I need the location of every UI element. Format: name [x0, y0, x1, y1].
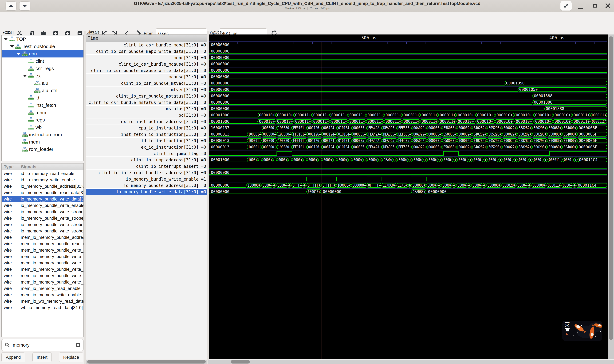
table-row[interactable]: wire mem_io_memory_bundle_address[31:0] [2, 234, 84, 241]
table-row[interactable]: wire mem_io_memory_read_enable [2, 285, 84, 292]
ime-koi-overlay[interactable]: 英 S [562, 321, 602, 341]
signal-row[interactable]: mtvec[31:0] =0 [86, 87, 207, 93]
signal-row[interactable]: mepc[31:0] =0 [86, 55, 207, 61]
table-row[interactable]: wire mem_io_memory_bundle_write_strobe_0 [2, 260, 84, 266]
restore-window-button[interactable] [560, 1, 572, 11]
tree-node-regs[interactable]: regs [2, 116, 84, 124]
table-row[interactable]: wire mem_io_memory_bundle_write_strobe_2 [2, 273, 84, 279]
table-row[interactable]: wire io_memory_bundle_read_data[31:0] [2, 190, 84, 196]
ime-language-badge[interactable]: 英 [565, 321, 570, 327]
tree-node-csr_regs[interactable]: csr_regs [2, 65, 84, 72]
tree-node-mem[interactable]: mem [2, 138, 84, 146]
signal-row[interactable]: clint_io_csr_bundle_mcause_write_data[31… [86, 67, 207, 74]
svg-text:000000+: 000000+ [263, 132, 276, 136]
table-row[interactable]: wire id_io_memory_read_enable [2, 170, 84, 177]
table-row[interactable]: wire wb_io_memory_read_data[31:0] [2, 304, 84, 311]
maximize-button[interactable] [591, 2, 599, 10]
table-row[interactable]: wire io_memory_bundle_write_data[31:0] [2, 196, 84, 202]
signals-waves-sash[interactable] [207, 31, 209, 364]
signal-row[interactable]: cpu_io_instruction[31:0] =0 [86, 125, 207, 131]
signal-row[interactable]: clint_io_csr_bundle_mtvec[31:0] =0 [86, 80, 207, 87]
signal-row[interactable]: io_memory_bundle_write_data[31:0] =0 [86, 189, 207, 195]
replace-button[interactable]: Replace [59, 352, 83, 362]
signals-hscrollbar[interactable] [86, 360, 207, 364]
signal-row[interactable]: clint_io_csr_bundle_mstatus_write_data[3… [86, 99, 207, 106]
type-column-header[interactable]: Type [2, 163, 18, 170]
close-button[interactable] [604, 2, 612, 10]
tree-node-wb[interactable]: wb [2, 124, 84, 131]
tree-node-clint[interactable]: clint [2, 57, 84, 65]
sidebar-sash[interactable] [84, 31, 86, 364]
waves-hscrollbar-thumb[interactable] [231, 360, 250, 364]
tree-node-alu[interactable]: alu [2, 79, 84, 87]
signal-row[interactable]: clint_io_csr_bundle_mcause[31:0] =0 [86, 61, 207, 67]
signal-row[interactable]: id_io_instruction[31:0] =0 [86, 138, 207, 144]
signal-row[interactable]: clint_io_csr_bundle_mepc_write_data[31:0… [86, 48, 207, 55]
tree-node-id[interactable]: id [2, 94, 84, 102]
waves-panel[interactable]: 300 ps400 ps0000000000000000000000000000… [209, 35, 614, 359]
shirt-icon[interactable] [564, 327, 570, 332]
signal-row[interactable]: clint_io_jump_flag =0 [86, 150, 207, 157]
table-row[interactable]: wire io_memory_bundle_write_enable [2, 202, 84, 209]
waves-vscrollbar-thumb[interactable] [609, 36, 613, 340]
signals-column-header[interactable]: Signals [18, 163, 36, 170]
table-row[interactable]: wire mem_io_wb_memory_read_data[31:0] [2, 298, 84, 304]
expander-icon[interactable] [3, 38, 9, 40]
tree-node-cpu[interactable]: cpu [2, 50, 84, 57]
table-row[interactable]: wire io_memory_bundle_write_strobe_0 [2, 209, 84, 215]
table-row[interactable]: wire mem_io_memory_bundle_write_enable [2, 253, 84, 260]
signal-row[interactable]: clint_io_interrupt_assert =0 [86, 163, 207, 169]
svg-text:0000+: 0000+ [504, 157, 513, 162]
table-row[interactable]: wire id_io_memory_write_enable [2, 177, 84, 183]
signals-panel[interactable]: Time clint_io_csr_bundle_mepc[31:0] =0cl… [86, 35, 207, 359]
signal-row[interactable]: clint_io_jump_address[31:0] =0 [86, 157, 207, 163]
append-button[interactable]: Append [1, 352, 25, 362]
module-tree[interactable]: TOP TestTopModule cpu clint csr_regs ex [1, 35, 84, 161]
clear-search-icon[interactable] [75, 342, 81, 348]
table-row[interactable]: wire mem_io_memory_bundle_write_data[31:… [2, 247, 84, 253]
tree-node-TestTopModule[interactable]: TestTopModule [2, 43, 84, 50]
search-input[interactable] [13, 342, 75, 348]
signal-row[interactable]: ex_io_instruction[31:0] =0 [86, 144, 207, 150]
table-row[interactable]: wire mem_io_memory_write_enable [2, 292, 84, 298]
tree-node-mem[interactable]: mem [2, 109, 84, 116]
minimize-button[interactable] [577, 3, 584, 10]
signal-list-table[interactable]: Type Signals wire id_io_memory_read_enab… [1, 163, 84, 337]
signal-row[interactable]: pc[31:0] =0 [86, 112, 207, 118]
svg-text:DEADC5+: DEADC5+ [383, 138, 396, 143]
expander-icon[interactable] [22, 75, 28, 77]
signals-hscrollbar-thumb[interactable] [87, 360, 206, 364]
signal-row[interactable]: mstatus[31:0] =0 [86, 106, 207, 112]
expander-icon[interactable] [16, 53, 21, 55]
table-row[interactable]: wire io_memory_bundle_write_strobe_2 [2, 221, 84, 228]
signal-row[interactable]: clint_io_interrupt_handler_address[31:0]… [86, 169, 207, 176]
waves-vscrollbar[interactable] [608, 35, 614, 359]
tree-node-alu_ctrl[interactable]: alu_ctrl [2, 87, 84, 94]
signal-row[interactable]: io_memory_bundle_write_enable =1 [86, 176, 207, 182]
signal-row[interactable]: clint_io_csr_bundle_mepc[31:0] =0 [86, 42, 207, 48]
tree-node-inst_fetch[interactable]: inst_fetch [2, 102, 84, 109]
waves-canvas[interactable]: 300 ps400 ps0000000000000000000000000000… [209, 35, 607, 359]
insert-button[interactable]: Insert [32, 352, 52, 362]
table-row[interactable]: wire io_memory_bundle_address[31:0] [2, 183, 84, 190]
expander-icon[interactable] [9, 45, 15, 48]
tree-node-TOP[interactable]: TOP [2, 35, 84, 43]
tree-node-instruction_rom[interactable]: instruction_rom [2, 131, 84, 138]
signal-row[interactable]: io_memory_bundle_address[31:0] =0 [86, 182, 207, 189]
table-row[interactable]: wire io_memory_bundle_write_strobe_3 [2, 228, 84, 234]
signal-row[interactable]: ex_io_instruction_address[31:0] =0 [86, 118, 207, 125]
svg-text:000011+: 000011+ [313, 119, 329, 124]
signal-row[interactable]: clint_io_csr_bundle_mstatus[31:0] =0 [86, 93, 207, 99]
time-column-header[interactable]: Time [86, 35, 207, 42]
table-row[interactable]: wire mem_io_memory_bundle_write_strobe_3 [2, 279, 84, 285]
signal-search-box[interactable] [1, 339, 84, 351]
signal-row[interactable]: mcause[31:0] =0 [86, 74, 207, 80]
ime-s-badge[interactable]: S [566, 332, 569, 337]
waves-hscrollbar[interactable] [208, 360, 614, 364]
signal-row[interactable]: inst_fetch_io_instruction[31:0] =0 [86, 131, 207, 138]
tree-node-rom_loader[interactable]: rom_loader [2, 146, 84, 153]
tree-node-ex[interactable]: ex [2, 72, 84, 79]
table-row[interactable]: wire mem_io_memory_bundle_write_strobe_1 [2, 266, 84, 273]
table-row[interactable]: wire mem_io_memory_bundle_read_data[31:0… [2, 241, 84, 247]
table-row[interactable]: wire io_memory_bundle_write_strobe_1 [2, 215, 84, 221]
